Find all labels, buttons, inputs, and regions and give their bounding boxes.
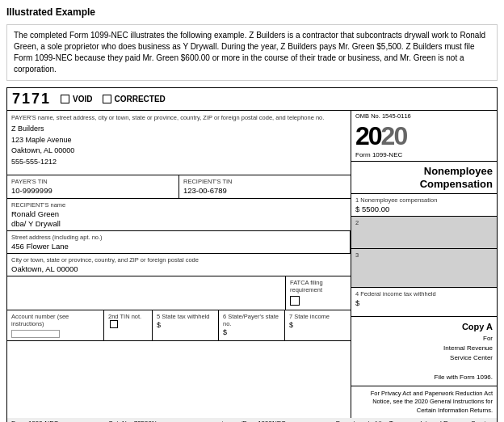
year-box: 2020 [351, 121, 497, 150]
form-number: 7171 [12, 91, 51, 108]
second-tin-label: 2nd TIN not. [108, 313, 148, 320]
payer-city: Oaktown, AL 00000 [11, 146, 346, 157]
payer-box: PAYER'S name, street address, city or to… [7, 111, 351, 175]
top-bar: 7171 VOID CORRECTED [7, 88, 497, 111]
bottom-footer: Form 1099-NEC Cat. No. 72590N www.irs.go… [7, 418, 497, 422]
recipient-name-value: Ronald Green [11, 209, 346, 218]
box5-label: 5 State tax withheld [157, 313, 214, 320]
recipient-tin-cell: RECIPIENT'S TIN 123-00-6789 [179, 175, 351, 198]
payer-name: Z Builders 123 Maple Avenue Oaktown, AL … [11, 124, 346, 167]
payer-phone: 555-555-1212 [11, 157, 346, 168]
fatca-checkbox [290, 296, 300, 306]
box4-cell: 4 Federal income tax withheld $ [351, 288, 497, 317]
street-value: 456 Flower Lane [11, 242, 346, 251]
form-1099-nec: 7171 VOID CORRECTED PAYER'S name, street… [6, 87, 498, 422]
recipient-dba: dba/ Y Drywall [11, 219, 346, 228]
box5-value: $ [157, 321, 214, 329]
void-group: VOID [61, 95, 92, 103]
corrected-label: CORRECTED [115, 95, 166, 103]
box1-label: 1 Nonemployee compensation [355, 196, 493, 204]
account-row: Account number (see instructions) 2nd TI… [7, 310, 351, 341]
city-state-label: City or town, state or province, country… [11, 256, 346, 264]
second-tin-checkbox-row [108, 320, 148, 328]
privacy-text: For Privacy Act and Paperwork Reduction … [371, 390, 493, 414]
copy-file: File with Form 1096. [355, 373, 493, 382]
fatca-left [7, 276, 286, 310]
box2-label: 2 [355, 219, 493, 226]
main-body: PAYER'S name, street address, city or to… [7, 111, 497, 418]
box6-label: 6 State/Payer's state no. [223, 313, 280, 327]
void-checkbox [61, 95, 69, 103]
copy-service: Service Center [355, 353, 493, 363]
payer-label: PAYER'S name, street address, city or to… [11, 114, 346, 121]
fatca-cell: FATCA filing requirement [286, 276, 351, 310]
box3-cell: 3 [351, 249, 497, 288]
box6-cell: 6 State/Payer's state no. $ [219, 310, 285, 340]
box1-cell: 1 Nonemployee compensation $ 5500.00 [351, 194, 497, 217]
copy-a-label: Copy A [355, 320, 493, 334]
year-number: 2020 [355, 123, 406, 149]
copy-irs: Internal Revenue [355, 344, 493, 353]
account-cell: Account number (see instructions) [7, 310, 104, 340]
street-label: Street address (including apt. no.) [11, 234, 346, 241]
box1-value: $ 5500.00 [355, 205, 493, 213]
box2-cell: 2 [351, 217, 497, 249]
corrected-checkbox [103, 95, 111, 103]
account-input-box [11, 330, 60, 338]
right-top: OMB No. 1545-0116 2020 Form 1099-NEC [351, 111, 497, 162]
form-name-right: Form 1099-NEC [351, 150, 406, 161]
copy-section: Copy A For Internal Revenue Service Cent… [351, 317, 497, 386]
box5-cell: 5 State tax withheld $ [153, 310, 219, 340]
box4-label: 4 Federal income tax withheld [355, 290, 493, 298]
fatca-label: FATCA filing requirement [290, 279, 346, 293]
left-col: PAYER'S name, street address, city or to… [7, 111, 351, 418]
box6-value: $ [223, 328, 280, 336]
city-state-value: Oaktown, AL 00000 [11, 264, 346, 273]
street-cell: Street address (including apt. no.) 456 … [7, 231, 351, 253]
privacy-section: For Privacy Act and Paperwork Reduction … [351, 386, 497, 419]
city-state-cell: City or town, state or province, country… [7, 254, 351, 276]
right-col: OMB No. 1545-0116 2020 Form 1099-NEC Non… [351, 111, 497, 418]
box7-label: 7 State income [289, 313, 346, 320]
copy-for: For [355, 334, 493, 344]
year-fixed: 20 [355, 121, 381, 150]
tin-row: PAYER'S TIN 10-9999999 RECIPIENT'S TIN 1… [7, 175, 351, 199]
omb-number: OMB No. 1545-0116 [351, 111, 415, 121]
page-title: Illustrated Example [6, 6, 498, 18]
box3-label: 3 [355, 251, 493, 259]
box7-value: $ [289, 321, 346, 329]
box7-cell: 7 State income $ [285, 310, 351, 340]
void-label: VOID [73, 95, 92, 103]
street-row: Street address (including apt. no.) 456 … [7, 231, 351, 254]
fatca-row: FATCA filing requirement [7, 276, 351, 310]
corrected-group: CORRECTED [103, 95, 166, 103]
year-var: 20 [381, 121, 407, 150]
box4-value: $ [355, 298, 493, 307]
payer-address: 123 Maple Avenue [11, 135, 346, 146]
intro-text: The completed Form 1099-NEC illustrates … [6, 24, 498, 81]
payer-tin-value: 10-9999999 [11, 186, 174, 195]
recipient-name-cell: RECIPIENT'S name Ronald Green dba/ Y Dry… [7, 199, 351, 231]
second-tin-cell: 2nd TIN not. [104, 310, 153, 340]
payer-tin-label: PAYER'S TIN [11, 178, 174, 185]
state-cells: 5 State tax withheld $ 6 State/Payer's s… [153, 310, 351, 340]
payer-name-value: Z Builders [11, 124, 346, 135]
payer-tin-cell: PAYER'S TIN 10-9999999 [7, 175, 179, 198]
nonemployee-title: NonemployeeCompensation [351, 162, 497, 194]
recipient-name-label: RECIPIENT'S name [11, 201, 346, 209]
recipient-tin-value: 123-00-6789 [183, 186, 346, 195]
account-label: Account number (see instructions) [11, 313, 99, 327]
second-tin-checkbox [110, 320, 118, 328]
recipient-tin-label: RECIPIENT'S TIN [183, 178, 346, 185]
